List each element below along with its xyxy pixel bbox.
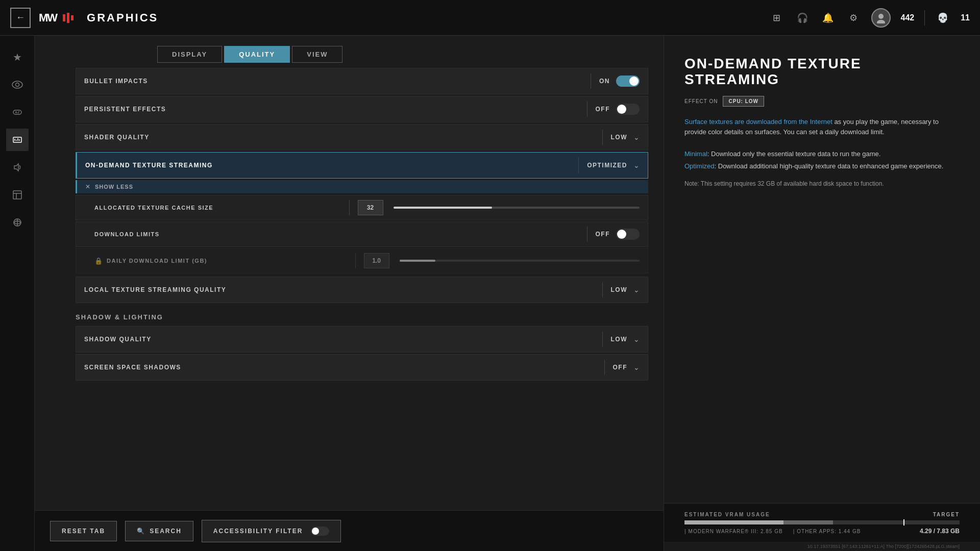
daily-limit-slider [400,260,640,262]
vram-other-label: OTHER APPS: 1.44 GB [793,529,861,534]
accessibility-toggle[interactable] [311,527,329,536]
vram-labels: MODERN WARFARE® III: 2.85 GB OTHER APPS:… [684,529,861,534]
avatar[interactable] [871,8,891,28]
divider [578,158,579,173]
minimal-text: : Download only the essential texture da… [707,150,881,158]
back-button[interactable]: ← [10,8,31,28]
toggle-knob [629,77,639,86]
vram-total: 4.29 / 7.83 GB [920,528,960,535]
tab-quality[interactable]: QUALITY [224,46,290,63]
bullet-impacts-toggle[interactable] [616,76,640,87]
effect-on-label: EFFECT ON [684,98,718,104]
persistent-effects-toggle[interactable] [616,104,640,115]
tab-view[interactable]: VIEW [292,46,342,63]
download-limits-row: DOWNLOAD LIMITS OFF [76,221,648,247]
right-panel-title: ON-DEMAND TEXTURE STREAMING [684,56,960,88]
divider [349,200,350,215]
right-panel-desc1: Surface textures are downloaded from the… [684,117,960,138]
toggle-knob [617,230,626,239]
minimal-label: Minimal [684,150,707,158]
bullet-impacts-row: BULLET IMPACTS ON [76,68,648,94]
sidebar-item-controller[interactable] [6,101,29,123]
shader-quality-row: SHADER QUALITY LOW ⌄ [76,124,648,151]
vram-section: ESTIMATED VRAM USAGE TARGET MODERN WARFA… [664,503,980,542]
svg-rect-4 [13,110,21,114]
search-button[interactable]: 🔍 SEARCH [125,521,193,541]
show-less-row[interactable]: ✕ SHOW LESS [76,180,648,193]
vram-header: ESTIMATED VRAM USAGE TARGET [684,512,960,517]
allocated-cache-slider[interactable] [394,207,640,209]
shadow-quality-row: SHADOW QUALITY LOW ⌄ [76,326,648,353]
persistent-effects-row: PERSISTENT EFFECTS OFF [76,96,648,122]
grid-icon[interactable]: ⊞ [769,10,785,26]
chevron-down-icon: ⌄ [633,286,640,294]
svg-rect-15 [13,191,21,199]
shadow-section-header: SHADOW & LIGHTING [76,313,648,321]
divider [602,130,603,145]
bottom-bar: RESET TAB 🔍 SEARCH ACCESSIBILITY FILTER [35,510,664,551]
center-content: DISPLAY QUALITY VIEW BULLET IMPACTS ON P… [35,36,664,551]
logo-text: MW [39,11,57,24]
sidebar-item-network[interactable] [6,211,29,234]
download-limits-value: OFF [596,231,610,238]
notifications-icon[interactable]: 🔔 [820,10,836,26]
shader-quality-value: LOW [611,134,628,141]
daily-limit-value: 1.0 [364,253,389,268]
download-limits-toggle[interactable] [616,229,640,240]
vram-footer: MODERN WARFARE® III: 2.85 GB OTHER APPS:… [684,528,960,535]
daily-limit-row: 🔒 DAILY DOWNLOAD LIMIT (GB) 1.0 [76,248,648,273]
topbar-right: ⊞ 🎧 🔔 ⚙ 442 💀 11 [769,8,970,28]
vram-bar-other [783,520,833,524]
vram-target-label: TARGET [933,512,960,517]
main-layout: ★ DISPLAY QUALITY VIEW [0,36,980,551]
allocated-cache-label: ALLOCATED TEXTURE CACHE SIZE [94,205,341,211]
accessibility-filter-button[interactable]: ACCESSIBILITY FILTER [202,520,341,542]
logo-area: MW GRAPHICS [39,11,158,24]
persistent-effects-label: PERSISTENT EFFECTS [84,106,579,113]
back-icon: ← [16,12,25,23]
clan-icon[interactable]: 💀 [935,10,950,26]
sidebar: ★ [0,36,35,551]
chevron-down-icon: ⌄ [633,363,640,371]
headset-icon[interactable]: 🎧 [795,10,810,26]
screen-space-shadows-row: SCREEN SPACE SHADOWS OFF ⌄ [76,354,648,381]
local-texture-label: LOCAL TEXTURE STREAMING QUALITY [84,286,594,293]
on-demand-texture-row[interactable]: ON-DEMAND TEXTURE STREAMING OPTIMIZED ⌄ [76,152,648,179]
vram-label: ESTIMATED VRAM USAGE [684,512,770,517]
divider [604,360,605,375]
chevron-down-icon: ⌄ [633,335,640,343]
currency-points: 442 [901,13,915,22]
local-texture-value: LOW [611,286,628,293]
show-less-label: SHOW LESS [95,184,133,190]
svg-point-2 [12,81,22,88]
chevron-down-icon: ⌄ [633,133,640,141]
download-limits-label: DOWNLOAD LIMITS [94,231,579,237]
divider [924,10,925,26]
vram-target-line [903,519,904,525]
search-icon: 🔍 [137,528,145,535]
logo-bars [63,13,74,23]
sidebar-item-audio[interactable] [6,156,29,179]
logo-bar-3 [71,15,74,20]
sidebar-item-visibility[interactable] [6,73,29,96]
sidebar-item-graphics[interactable] [6,129,29,151]
settings-icon[interactable]: ⚙ [846,10,861,26]
right-panel: ON-DEMAND TEXTURE STREAMING EFFECT ON CP… [664,36,980,551]
reset-tab-button[interactable]: RESET TAB [50,521,117,541]
sidebar-item-favorites[interactable]: ★ [6,46,29,68]
desc1-link: Surface textures are downloaded from the… [684,118,832,126]
collapse-icon: ✕ [85,183,91,190]
svg-point-8 [17,112,18,113]
svg-point-7 [18,111,19,112]
tab-display[interactable]: DISPLAY [157,46,222,63]
divider [355,253,356,268]
vram-mw-label: MODERN WARFARE® III: 2.85 GB [684,529,783,534]
shader-quality-label: SHADER QUALITY [84,134,594,141]
page-title: GRAPHICS [87,11,158,24]
allocated-cache-row: ALLOCATED TEXTURE CACHE SIZE 32 [76,195,648,220]
allocated-cache-value: 32 [358,200,383,215]
optimized-label: Optimized [684,162,715,170]
sidebar-item-interface[interactable] [6,184,29,206]
local-texture-row: LOCAL TEXTURE STREAMING QUALITY LOW ⌄ [76,277,648,303]
right-panel-desc2: Minimal: Download only the essential tex… [684,148,960,172]
